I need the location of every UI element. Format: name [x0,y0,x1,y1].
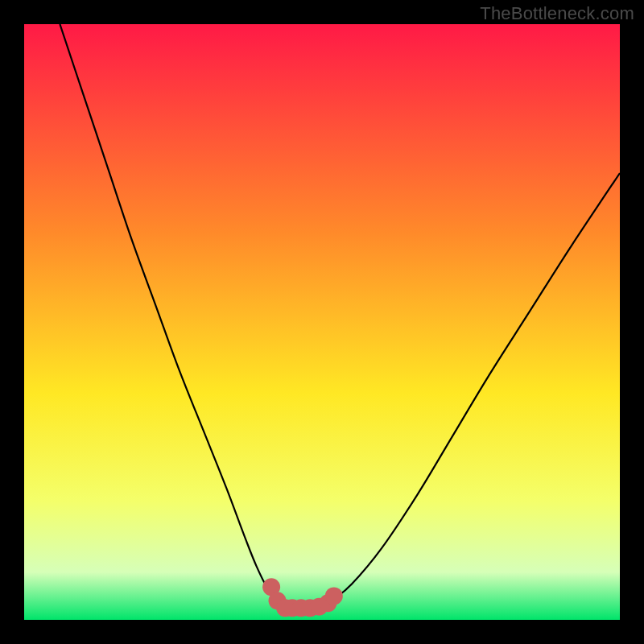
bottleneck-chart [24,24,620,620]
plot-area [24,24,620,620]
gradient-background [24,24,620,620]
chart-frame: TheBottleneck.com [0,0,644,644]
marker-dot [325,587,343,605]
watermark-text: TheBottleneck.com [480,3,634,24]
